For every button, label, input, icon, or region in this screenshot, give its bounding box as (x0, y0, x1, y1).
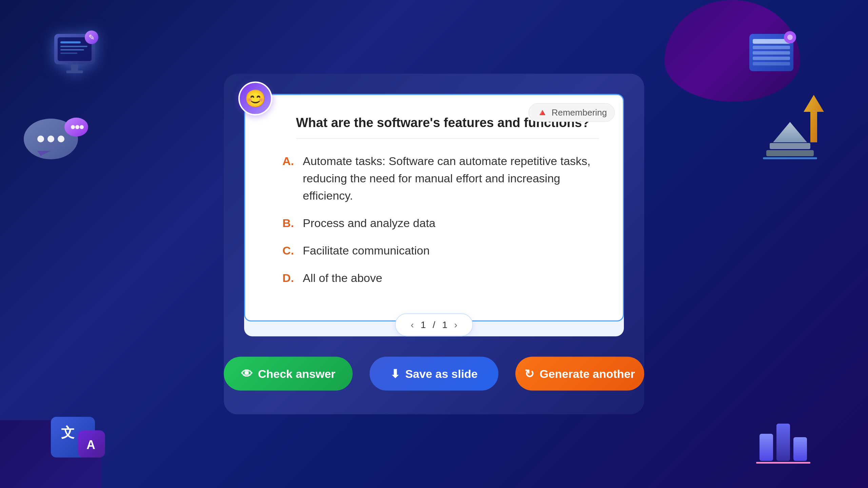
next-page-button[interactable]: › (454, 320, 457, 330)
generate-another-button[interactable]: ↻ Generate another (515, 357, 644, 391)
svg-rect-28 (770, 143, 810, 149)
svg-rect-2 (60, 41, 81, 43)
svg-rect-14 (753, 57, 790, 60)
badge-label: Remembering (552, 107, 607, 118)
svg-rect-5 (60, 53, 77, 54)
check-answer-label: Check answer (258, 367, 336, 380)
generate-another-label: Generate another (539, 367, 635, 380)
svg-rect-7 (66, 70, 83, 73)
remembering-badge: 🔺 Remembering (529, 103, 615, 122)
refresh-icon: ↻ (525, 367, 534, 381)
svg-rect-4 (60, 49, 84, 50)
option-c-letter: C. (282, 242, 303, 259)
option-b-text: Process and analyze data (303, 215, 599, 232)
deco-chat-icon (20, 115, 68, 156)
svg-rect-39 (756, 462, 810, 464)
option-c: C. Facilitate communication (282, 242, 599, 259)
option-d-letter: D. (282, 269, 303, 287)
deco-monitor-icon: ✎ (47, 27, 102, 81)
options-list: A. Automate tasks: Software can automate… (282, 152, 599, 287)
pagination-current: 1 (421, 320, 426, 330)
svg-rect-29 (766, 150, 814, 156)
outer-card: 😊 🔺 Remembering What are the software's … (224, 74, 644, 414)
inner-card: 😊 🔺 Remembering What are the software's … (244, 94, 624, 337)
svg-point-21 (58, 136, 64, 142)
svg-text:A: A (86, 438, 95, 452)
svg-point-19 (37, 136, 44, 142)
deco-gold-arrow-icon (804, 95, 824, 136)
svg-text:✎: ✎ (88, 33, 95, 42)
deco-table-icon (746, 27, 800, 81)
deco-pyramid-icon (763, 115, 807, 159)
check-answer-button[interactable]: 👁 Check answer (224, 357, 353, 391)
option-b: B. Process and analyze data (282, 215, 599, 232)
svg-rect-12 (753, 46, 790, 49)
svg-marker-27 (773, 122, 807, 142)
svg-marker-31 (804, 95, 824, 142)
svg-rect-6 (71, 64, 78, 71)
download-icon: ⬇ (390, 367, 400, 381)
pagination-total: 1 (442, 320, 448, 330)
prev-page-button[interactable]: ‹ (411, 320, 414, 330)
avatar-face: 😊 (245, 89, 266, 108)
main-container: 😊 🔺 Remembering What are the software's … (224, 74, 644, 414)
svg-rect-15 (753, 62, 790, 65)
pagination-container: ‹ 1 / 1 › (244, 313, 624, 337)
svg-point-17 (787, 35, 793, 40)
save-slide-label: Save as slide (405, 367, 478, 380)
svg-point-24 (75, 125, 79, 129)
option-b-letter: B. (282, 215, 303, 232)
option-a-text: Automate tasks: Software can automate re… (303, 152, 599, 204)
option-a: A. Automate tasks: Software can automate… (282, 152, 599, 204)
deco-chart-icon (753, 413, 807, 468)
svg-rect-13 (753, 51, 790, 55)
svg-rect-30 (763, 157, 817, 159)
option-a-letter: A. (282, 152, 303, 170)
svg-rect-38 (793, 437, 807, 461)
pagination-pill: ‹ 1 / 1 › (395, 313, 473, 337)
save-as-slide-button[interactable]: ⬇ Save as slide (370, 357, 498, 391)
svg-point-23 (71, 125, 75, 129)
option-c-text: Facilitate communication (303, 242, 599, 259)
avatar: 😊 (238, 82, 272, 116)
eye-icon: 👁 (241, 367, 253, 380)
question-box: 😊 🔺 Remembering What are the software's … (244, 94, 624, 322)
svg-point-20 (47, 136, 54, 142)
deco-translate-icon: 文 A (47, 413, 102, 468)
svg-rect-3 (60, 46, 87, 47)
svg-point-25 (80, 125, 84, 129)
pagination-separator: / (433, 320, 435, 330)
badge-triangle-icon: 🔺 (536, 107, 548, 118)
option-d: D. All of the above (282, 269, 599, 287)
svg-text:文: 文 (61, 425, 75, 440)
svg-rect-36 (760, 434, 773, 461)
svg-rect-37 (776, 424, 790, 461)
buttons-row: 👁 Check answer ⬇ Save as slide ↻ Generat… (244, 357, 624, 391)
option-d-text: All of the above (303, 269, 599, 287)
